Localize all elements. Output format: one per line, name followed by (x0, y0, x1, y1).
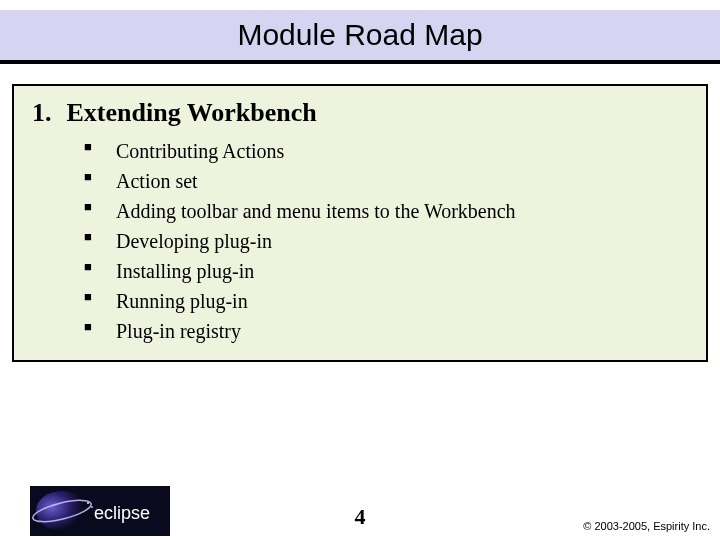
list-item: Action set (84, 166, 688, 196)
bullet-list: Contributing Actions Action set Adding t… (32, 136, 688, 346)
list-item: Plug-in registry (84, 316, 688, 346)
title-band: Module Road Map (0, 10, 720, 64)
slide-title: Module Road Map (237, 18, 482, 52)
list-item: Developing plug-in (84, 226, 688, 256)
list-item: Contributing Actions (84, 136, 688, 166)
section-number: 1. (32, 98, 60, 128)
copyright-text: © 2003-2005, Espirity Inc. (583, 520, 710, 532)
list-item: Adding toolbar and menu items to the Wor… (84, 196, 688, 226)
list-item: Installing plug-in (84, 256, 688, 286)
section-heading: 1. Extending Workbench (32, 98, 688, 128)
list-item: Running plug-in (84, 286, 688, 316)
content-box: 1. Extending Workbench Contributing Acti… (12, 84, 708, 362)
slide: Module Road Map 1. Extending Workbench C… (0, 10, 720, 540)
footer: eclipse 4 © 2003-2005, Espirity Inc. (0, 480, 720, 536)
section-title: Extending Workbench (67, 98, 317, 127)
